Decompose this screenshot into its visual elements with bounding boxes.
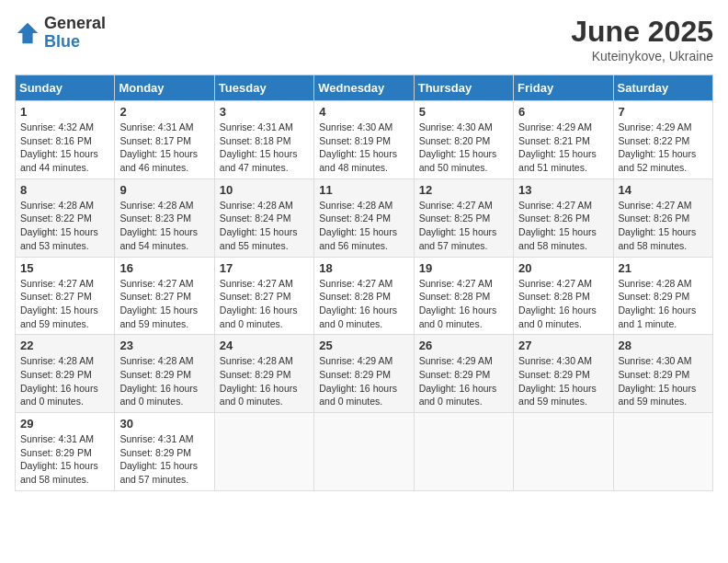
day-info: Sunrise: 4:27 AM Sunset: 8:27 PM Dayligh… [119,277,209,331]
day-number: 19 [419,261,508,275]
weekday-row: SundayMondayTuesdayWednesdayThursdayFrid… [16,75,713,101]
day-info: Sunrise: 4:29 AM Sunset: 8:21 PM Dayligh… [518,121,608,175]
weekday-header: Monday [115,75,214,101]
calendar-cell: 28Sunrise: 4:30 AM Sunset: 8:29 PM Dayli… [613,335,712,413]
day-number: 30 [119,417,209,431]
day-number: 20 [518,261,608,275]
calendar-cell: 30Sunrise: 4:31 AM Sunset: 8:29 PM Dayli… [115,413,214,491]
day-info: Sunrise: 4:27 AM Sunset: 8:28 PM Dayligh… [518,277,608,331]
calendar-cell: 1Sunrise: 4:32 AM Sunset: 8:16 PM Daylig… [16,101,115,179]
calendar-cell: 12Sunrise: 4:27 AM Sunset: 8:25 PM Dayli… [414,178,513,257]
day-number: 17 [220,261,309,275]
day-number: 6 [518,105,608,119]
day-info: Sunrise: 4:30 AM Sunset: 8:29 PM Dayligh… [518,354,608,408]
day-info: Sunrise: 4:31 AM Sunset: 8:29 PM Dayligh… [20,432,109,487]
calendar-cell: 27Sunrise: 4:30 AM Sunset: 8:29 PM Dayli… [514,335,613,413]
day-number: 11 [319,183,408,197]
day-number: 29 [20,417,109,431]
calendar: SundayMondayTuesdayWednesdayThursdayFrid… [15,75,713,491]
calendar-cell: 21Sunrise: 4:28 AM Sunset: 8:29 PM Dayli… [613,257,712,335]
day-number: 28 [619,339,708,352]
calendar-week-row: 1Sunrise: 4:32 AM Sunset: 8:16 PM Daylig… [16,101,713,179]
day-info: Sunrise: 4:32 AM Sunset: 8:16 PM Dayligh… [20,121,109,175]
day-number: 18 [319,261,408,275]
title-area: June 2025 Kuteinykove, Ukraine [571,15,713,63]
day-number: 4 [319,105,408,119]
calendar-cell [214,413,313,491]
day-info: Sunrise: 4:27 AM Sunset: 8:25 PM Dayligh… [419,199,508,253]
calendar-cell: 19Sunrise: 4:27 AM Sunset: 8:28 PM Dayli… [414,257,513,335]
calendar-cell: 23Sunrise: 4:28 AM Sunset: 8:29 PM Dayli… [115,335,214,413]
month-title: June 2025 [571,15,713,49]
logo-blue: Blue [44,33,106,52]
calendar-cell: 22Sunrise: 4:28 AM Sunset: 8:29 PM Dayli… [16,335,115,413]
calendar-cell: 14Sunrise: 4:27 AM Sunset: 8:26 PM Dayli… [613,178,712,257]
day-number: 12 [419,183,508,197]
calendar-cell: 29Sunrise: 4:31 AM Sunset: 8:29 PM Dayli… [16,413,115,491]
calendar-cell [514,413,613,491]
calendar-cell: 2Sunrise: 4:31 AM Sunset: 8:17 PM Daylig… [115,101,214,179]
calendar-cell: 6Sunrise: 4:29 AM Sunset: 8:21 PM Daylig… [514,101,613,179]
weekday-header: Thursday [414,75,513,101]
calendar-cell: 20Sunrise: 4:27 AM Sunset: 8:28 PM Dayli… [514,257,613,335]
weekday-header: Friday [514,75,613,101]
day-number: 14 [619,183,708,197]
calendar-cell: 24Sunrise: 4:28 AM Sunset: 8:29 PM Dayli… [214,335,313,413]
weekday-header: Wednesday [314,75,414,101]
calendar-cell: 11Sunrise: 4:28 AM Sunset: 8:24 PM Dayli… [314,178,414,257]
calendar-week-row: 22Sunrise: 4:28 AM Sunset: 8:29 PM Dayli… [16,335,713,413]
day-info: Sunrise: 4:28 AM Sunset: 8:29 PM Dayligh… [220,354,309,408]
day-number: 22 [20,339,109,352]
weekday-header: Tuesday [214,75,313,101]
calendar-cell: 4Sunrise: 4:30 AM Sunset: 8:19 PM Daylig… [314,101,414,179]
calendar-cell: 16Sunrise: 4:27 AM Sunset: 8:27 PM Dayli… [115,257,214,335]
day-info: Sunrise: 4:29 AM Sunset: 8:29 PM Dayligh… [419,354,508,408]
logo-general: General [44,15,106,33]
calendar-cell [314,413,414,491]
day-info: Sunrise: 4:30 AM Sunset: 8:19 PM Dayligh… [319,121,408,175]
calendar-cell: 17Sunrise: 4:27 AM Sunset: 8:27 PM Dayli… [214,257,313,335]
day-info: Sunrise: 4:28 AM Sunset: 8:29 PM Dayligh… [619,277,708,331]
day-number: 9 [119,183,209,197]
day-number: 15 [20,261,109,275]
svg-marker-0 [17,23,38,43]
calendar-body: 1Sunrise: 4:32 AM Sunset: 8:16 PM Daylig… [16,101,713,491]
header: General Blue June 2025 Kuteinykove, Ukra… [15,15,713,63]
day-info: Sunrise: 4:28 AM Sunset: 8:22 PM Dayligh… [20,199,109,253]
calendar-week-row: 29Sunrise: 4:31 AM Sunset: 8:29 PM Dayli… [16,413,713,491]
day-number: 5 [419,105,508,119]
day-info: Sunrise: 4:28 AM Sunset: 8:24 PM Dayligh… [220,199,309,253]
day-info: Sunrise: 4:28 AM Sunset: 8:29 PM Dayligh… [20,354,109,408]
calendar-week-row: 8Sunrise: 4:28 AM Sunset: 8:22 PM Daylig… [16,178,713,257]
day-info: Sunrise: 4:27 AM Sunset: 8:26 PM Dayligh… [619,199,708,253]
day-number: 23 [119,339,209,352]
day-info: Sunrise: 4:27 AM Sunset: 8:28 PM Dayligh… [419,277,508,331]
day-number: 21 [619,261,708,275]
day-info: Sunrise: 4:31 AM Sunset: 8:17 PM Dayligh… [119,121,209,175]
weekday-header: Sunday [16,75,115,101]
calendar-cell: 10Sunrise: 4:28 AM Sunset: 8:24 PM Dayli… [214,178,313,257]
day-info: Sunrise: 4:29 AM Sunset: 8:29 PM Dayligh… [319,354,408,408]
day-number: 2 [119,105,209,119]
day-info: Sunrise: 4:27 AM Sunset: 8:28 PM Dayligh… [319,277,408,331]
day-number: 8 [20,183,109,197]
calendar-cell: 26Sunrise: 4:29 AM Sunset: 8:29 PM Dayli… [414,335,513,413]
day-number: 24 [220,339,309,352]
calendar-cell: 25Sunrise: 4:29 AM Sunset: 8:29 PM Dayli… [314,335,414,413]
logo-icon [15,20,40,46]
calendar-cell: 8Sunrise: 4:28 AM Sunset: 8:22 PM Daylig… [16,178,115,257]
calendar-cell: 7Sunrise: 4:29 AM Sunset: 8:22 PM Daylig… [613,101,712,179]
day-number: 26 [419,339,508,352]
calendar-cell [414,413,513,491]
day-number: 10 [220,183,309,197]
day-info: Sunrise: 4:28 AM Sunset: 8:24 PM Dayligh… [319,199,408,253]
weekday-header: Saturday [613,75,712,101]
day-info: Sunrise: 4:31 AM Sunset: 8:18 PM Dayligh… [220,121,309,175]
day-number: 25 [319,339,408,352]
day-info: Sunrise: 4:29 AM Sunset: 8:22 PM Dayligh… [619,121,708,175]
day-info: Sunrise: 4:28 AM Sunset: 8:29 PM Dayligh… [119,354,209,408]
day-info: Sunrise: 4:28 AM Sunset: 8:23 PM Dayligh… [119,199,209,253]
logo-text: General Blue [44,15,106,52]
calendar-cell: 18Sunrise: 4:27 AM Sunset: 8:28 PM Dayli… [314,257,414,335]
calendar-cell [613,413,712,491]
